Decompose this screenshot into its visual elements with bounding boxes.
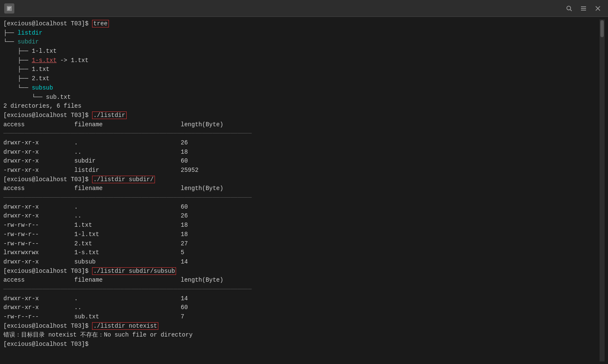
terminal-line: ‑rw-rw-r-- 1.txt 18 (3, 221, 600, 230)
terminal-line: ├── 2.txt (3, 74, 600, 84)
titlebar-left (4, 3, 14, 14)
terminal-line: [excious@localhost T03]$ ./listdir notex… (3, 322, 600, 331)
terminal-line: drwxr-xr-x . 14 (3, 294, 600, 304)
terminal-line: └── subsub (3, 84, 600, 93)
terminal-line: ────────────────────────────────────────… (3, 285, 600, 294)
app-icon (4, 3, 14, 14)
terminal-line: access filename length(Byte) (3, 120, 600, 130)
terminal-line: ‑rw-rw-r-- 1-l.txt 18 (3, 230, 600, 239)
search-button[interactable] (563, 3, 575, 14)
terminal-line: 2 directories, 6 files (3, 102, 600, 111)
terminal-line: drwxr-xr-x subdir 60 (3, 157, 600, 166)
svg-rect-3 (8, 9, 10, 10)
terminal-line: ├── 1.txt (3, 65, 600, 74)
terminal-line: drwxr-xr-x .. 18 (3, 148, 600, 157)
terminal-line: ────────────────────────────────────────… (3, 193, 600, 203)
terminal-line: drwxr-xr-x . 26 (3, 139, 600, 148)
terminal-line: └── subdir (3, 38, 600, 47)
terminal-line: ├── 1-l.txt (3, 47, 600, 56)
terminal-line: [excious@localhost T03]$ ./listdir subdi… (3, 175, 600, 185)
terminal-line: └── sub.txt (3, 93, 600, 102)
terminal-line: drwxr-xr-x .. 26 (3, 212, 600, 221)
svg-line-5 (570, 9, 572, 11)
terminal-line: [excious@localhost T03]$ ./listdir (3, 111, 600, 120)
titlebar-controls (563, 3, 604, 14)
scrollbar-thumb[interactable] (600, 20, 604, 37)
terminal-line: [excious@localhost T03]$ (3, 340, 600, 349)
scrollbar[interactable] (600, 19, 605, 361)
terminal-line: drwxr-xr-x . 60 (3, 203, 600, 212)
terminal-line: ‑rw-r--r-- sub.txt 7 (3, 312, 600, 322)
terminal-line: ‑rw-rw-r-- 2.txt 27 (3, 239, 600, 249)
svg-rect-1 (8, 7, 11, 8)
terminal-line: ‑rwxr-xr-x listdir 25952 (3, 166, 600, 175)
terminal-line: access filename length(Byte) (3, 276, 600, 285)
terminal-line: ├── 1-s.txt -> 1.txt (3, 56, 600, 65)
terminal-line: drwxr-xr-x .. 60 (3, 303, 600, 312)
terminal-line: ────────────────────────────────────────… (3, 129, 600, 139)
menu-button[interactable] (578, 3, 589, 14)
terminal-line: lrwxrwxrwx 1-s.txt 5 (3, 248, 600, 258)
titlebar (0, 0, 608, 17)
terminal-line: ├── listdir (3, 29, 600, 38)
terminal-line: drwxr-xr-x subsub 14 (3, 258, 600, 267)
terminal-line: access filename length(Byte) (3, 184, 600, 193)
terminal-line: [excious@localhost T03]$ ./listdir subdi… (3, 267, 600, 276)
svg-rect-2 (8, 8, 10, 9)
terminal: [excious@localhost T03]$ tree├── listdir… (0, 17, 608, 364)
terminal-content[interactable]: [excious@localhost T03]$ tree├── listdir… (3, 19, 600, 361)
terminal-line: [excious@localhost T03]$ tree (3, 19, 600, 29)
close-button[interactable] (592, 3, 604, 14)
svg-point-4 (567, 6, 571, 10)
terminal-line: 错误：目标目录 notexist 不存在：No such file or dir… (3, 331, 600, 340)
